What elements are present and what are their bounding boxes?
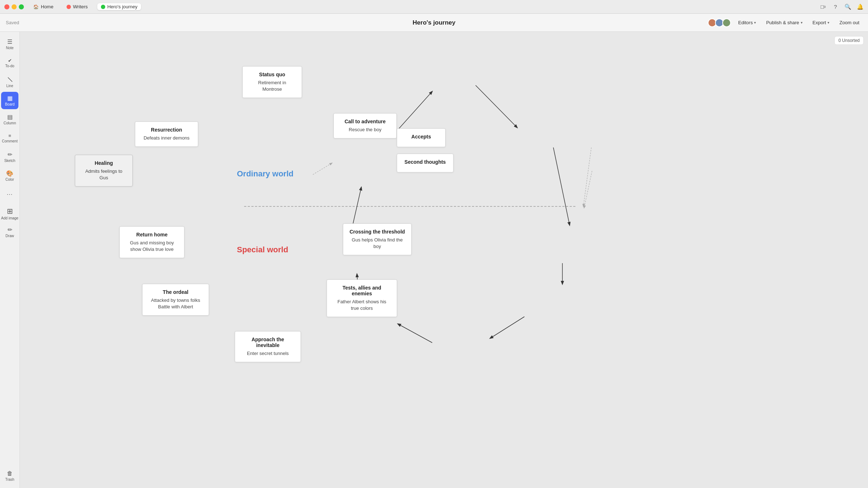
- device-icon[interactable]: □0: [820, 3, 827, 10]
- card-healing[interactable]: Healing Admits feelings to Gus: [75, 155, 133, 187]
- add-image-icon: ⊞: [7, 207, 13, 215]
- sidebar-item-todo[interactable]: ✔ To-do: [1, 54, 18, 72]
- comment-icon: ≡: [8, 133, 11, 138]
- trash-icon: 🗑: [7, 470, 13, 477]
- draw-icon: ✏: [8, 226, 12, 233]
- title-bar: 🏠 Home Writers Hero's journey □0 ? 🔍 🔔: [0, 0, 868, 14]
- close-button[interactable]: [4, 4, 9, 9]
- card-approach[interactable]: Approach the inevitable Enter secret tun…: [235, 331, 301, 362]
- column-icon: ▤: [7, 114, 13, 120]
- sidebar-item-line[interactable]: | Line: [1, 73, 18, 90]
- ordinary-world-label: Ordinary world: [237, 169, 293, 179]
- unsorted-badge[interactable]: 0 Unsorted: [834, 36, 864, 45]
- svg-line-3: [476, 85, 517, 128]
- todo-icon: ✔: [8, 58, 12, 63]
- sidebar-item-draw[interactable]: ✏ Draw: [1, 223, 18, 241]
- svg-line-11: [313, 163, 332, 175]
- avatar-3: [722, 18, 731, 27]
- document-title: Hero's journey: [413, 19, 455, 26]
- chevron-down-icon: ▾: [801, 21, 803, 25]
- notification-icon[interactable]: 🔔: [856, 3, 864, 10]
- editors-avatars: [708, 18, 731, 27]
- toolbar: Saved Hero's journey Editors ▾ Publish &…: [0, 14, 868, 32]
- publish-share-button[interactable]: Publish & share ▾: [763, 18, 805, 27]
- editors-button[interactable]: Editors ▾: [735, 18, 759, 27]
- card-crossing[interactable]: Crossing the threshold Gus helps Olivia …: [343, 223, 412, 255]
- sidebar: ☰ Note ✔ To-do | Line ▦ Board ▤ Column ≡…: [0, 32, 20, 488]
- card-tests[interactable]: Tests, allies and enemies Father Albert …: [327, 279, 397, 317]
- help-icon[interactable]: ?: [832, 3, 839, 10]
- svg-line-10: [395, 91, 432, 133]
- arrows-svg: [20, 32, 868, 488]
- export-button[interactable]: Export ▾: [810, 18, 833, 27]
- svg-line-7: [398, 324, 432, 343]
- toolbar-actions: Editors ▾ Publish & share ▾ Export ▾ Zoo…: [708, 18, 862, 27]
- tab-writers[interactable]: Writers: [63, 3, 92, 10]
- zoom-out-button[interactable]: Zoom out: [837, 18, 862, 27]
- diagram: 0 Unsorted Ordinary world Special world: [20, 32, 868, 488]
- sidebar-item-trash[interactable]: 🗑 Trash: [1, 467, 18, 484]
- sidebar-item-column[interactable]: ▤ Column: [1, 111, 18, 128]
- tab-home[interactable]: 🏠 Home: [30, 3, 57, 10]
- card-ordeal[interactable]: The ordeal Attacked by towns folksBattle…: [142, 284, 209, 316]
- sidebar-item-add-image[interactable]: ⊞ Add image: [1, 205, 18, 222]
- svg-line-4: [553, 147, 570, 225]
- sidebar-item-note[interactable]: ☰ Note: [1, 35, 18, 53]
- card-status-quo[interactable]: Status quo Retirement in Montrose: [242, 66, 302, 98]
- minimize-button[interactable]: [12, 4, 17, 9]
- more-icon: ···: [7, 191, 13, 198]
- tab-heros-journey[interactable]: Hero's journey: [97, 3, 141, 10]
- saved-label: Saved: [6, 20, 19, 25]
- card-accepts[interactable]: Accepts: [397, 128, 446, 147]
- special-world-label: Special world: [237, 245, 288, 254]
- line-icon: |: [7, 76, 13, 82]
- canvas[interactable]: 0 Unsorted Ordinary world Special world: [20, 32, 868, 488]
- svg-line-13: [584, 171, 592, 208]
- sidebar-item-color[interactable]: 🎨 Color: [1, 167, 18, 184]
- sidebar-item-more[interactable]: ···: [1, 186, 18, 203]
- sidebar-item-sketch[interactable]: ✏ Sketch: [1, 148, 18, 166]
- color-icon: 🎨: [6, 170, 13, 177]
- card-second-thoughts[interactable]: Second thoughts: [397, 154, 454, 172]
- title-bar-right: □0 ? 🔍 🔔: [820, 3, 864, 10]
- board-icon: ▦: [7, 95, 13, 102]
- card-resurrection[interactable]: Resurrection Defeats inner demons: [135, 121, 198, 147]
- card-call-to-adventure[interactable]: Call to adventure Rescue the boy: [333, 113, 397, 138]
- sidebar-item-comment[interactable]: ≡ Comment: [1, 129, 18, 147]
- svg-line-6: [490, 317, 524, 338]
- chevron-down-icon: ▾: [754, 21, 756, 25]
- search-icon[interactable]: 🔍: [844, 3, 851, 10]
- note-icon: ☰: [7, 38, 12, 45]
- card-return-home[interactable]: Return home Gus and missing boy show Oli…: [119, 226, 184, 258]
- maximize-button[interactable]: [19, 4, 24, 9]
- chevron-down-icon: ▾: [827, 21, 829, 25]
- sketch-icon: ✏: [8, 151, 12, 158]
- sidebar-item-board[interactable]: ▦ Board: [1, 92, 18, 109]
- svg-line-12: [583, 147, 591, 206]
- traffic-lights: [4, 4, 24, 9]
